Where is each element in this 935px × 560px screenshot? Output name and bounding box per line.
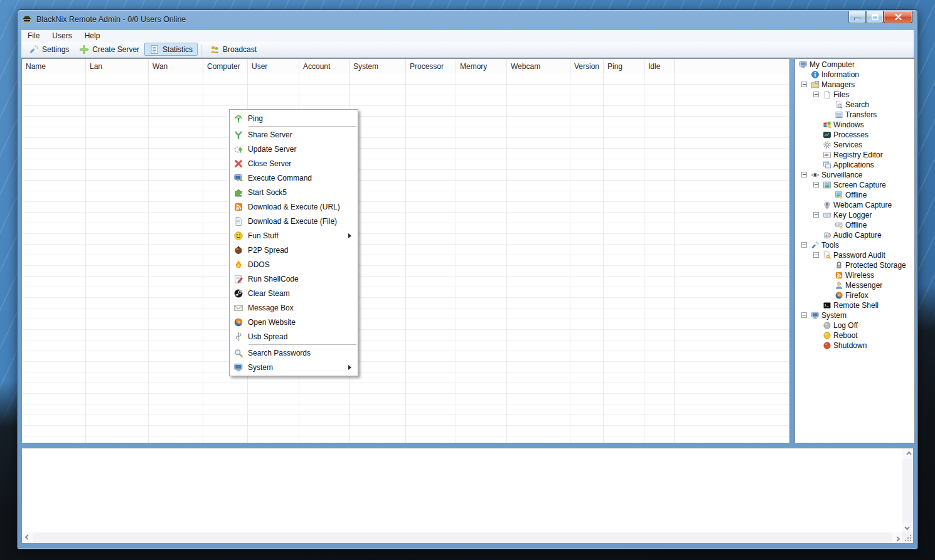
scroll-down-button[interactable] (902, 522, 913, 532)
collapse-box-icon[interactable] (801, 172, 807, 177)
collapse-box-icon[interactable] (813, 182, 819, 188)
tree-item-messenger[interactable]: Messenger (795, 280, 914, 290)
create-server-button[interactable]: Create Server (74, 43, 144, 56)
tree-item-applications[interactable]: Applications (795, 160, 914, 170)
collapse-box-icon[interactable] (801, 82, 807, 87)
scroll-up-button[interactable] (902, 448, 913, 459)
tree-item-reboot[interactable]: Reboot (795, 330, 914, 341)
context-menu-item-download-execute-url[interactable]: Download & Execute (URL) (230, 199, 358, 214)
desktop: { "window": { "title": "BlackNix Remote … (0, 0, 935, 560)
context-menu-item-system[interactable]: System (230, 360, 358, 374)
menu-help[interactable]: Help (78, 30, 107, 41)
vertical-scrollbar[interactable] (902, 448, 913, 532)
statistics-document-icon (149, 45, 159, 55)
context-menu-item-fun-stuff[interactable]: Fun Stuff (230, 228, 358, 243)
tree-item-information[interactable]: Information (795, 70, 914, 80)
column-header-ping[interactable]: Ping (604, 59, 644, 74)
menu-users[interactable]: Users (46, 30, 78, 41)
clients-table[interactable]: NameLanWanComputerUserAccountSystemProce… (21, 58, 790, 443)
column-header-system[interactable]: System (350, 59, 406, 74)
context-menu-item-close-server[interactable]: Close Server (230, 156, 358, 171)
download-file-icon (233, 216, 243, 226)
tree-item-search[interactable]: Search (795, 100, 914, 110)
context-menu-item-ddos[interactable]: DDOS (230, 257, 358, 272)
tree-item-managers[interactable]: Managers (795, 80, 914, 90)
tree-item-wireless[interactable]: Wireless (795, 270, 914, 280)
context-menu-item-download-execute-file[interactable]: Download & Execute (File) (230, 214, 358, 228)
column-header-idle[interactable]: Idle (644, 59, 675, 74)
column-header-user[interactable]: User (248, 59, 299, 74)
tree-item-password-audit[interactable]: Password Audit (795, 250, 914, 260)
tree-item-tools[interactable]: Tools (795, 240, 914, 250)
column-header-memory[interactable]: Memory (456, 59, 507, 74)
minimize-button[interactable] (848, 11, 866, 23)
tree-item-protected-storage[interactable]: Protected Storage (795, 260, 914, 270)
tree-item-offline[interactable]: Offline (795, 220, 914, 230)
column-header-processor[interactable]: Processor (406, 59, 456, 74)
table-body[interactable] (22, 74, 789, 443)
statistics-button[interactable]: Statistics (144, 43, 198, 56)
open-website-icon (233, 317, 243, 327)
column-header-lan[interactable]: Lan (86, 59, 149, 74)
tree-item-shutdown[interactable]: Shutdown (795, 341, 914, 351)
scroll-left-button[interactable] (22, 532, 33, 543)
tree-item-label: Services (833, 140, 862, 150)
menu-file[interactable]: File (21, 30, 46, 41)
tree-item-screen-capture[interactable]: Screen Capture (795, 180, 914, 190)
tree-item-firefox[interactable]: Firefox (795, 290, 914, 300)
tree-item-key-logger[interactable]: Key Logger (795, 210, 914, 220)
broadcast-button[interactable]: Broadcast (205, 43, 262, 56)
column-header-name[interactable]: Name (22, 59, 86, 74)
tree-item-files[interactable]: Files (795, 90, 914, 100)
audio-capture-icon (823, 231, 831, 240)
column-header-webcam[interactable]: Webcam (507, 59, 570, 74)
key-logger-icon (823, 211, 831, 219)
tree-item-label: Offline (845, 190, 867, 200)
context-menu-item-update-server[interactable]: Update Server (230, 142, 358, 156)
context-menu-item-start-sock5[interactable]: Start Sock5 (230, 185, 358, 199)
tree-item-registry-editor[interactable]: abRegistry Editor (795, 150, 914, 160)
tree-item-processes[interactable]: Processes (795, 130, 914, 140)
context-menu-item-search-passwords[interactable]: Search Passwords (230, 346, 358, 360)
context-menu-item-ping[interactable]: Ping (230, 111, 358, 125)
collapse-box-icon[interactable] (801, 242, 807, 248)
tree-item-my-computer[interactable]: My Computer (795, 60, 914, 70)
context-menu-item-share-server[interactable]: Share Server (230, 127, 358, 142)
tree-item-webcam-capture[interactable]: Webcam Capture (795, 200, 914, 210)
horizontal-scrollbar[interactable] (22, 532, 902, 543)
collapse-box-icon[interactable] (801, 312, 807, 318)
column-header-computer[interactable]: Computer (203, 59, 248, 74)
tree-item-offline[interactable]: Offline (795, 190, 914, 200)
settings-button[interactable]: Settings (24, 43, 74, 56)
maximize-button[interactable] (866, 11, 884, 23)
collapse-box-icon[interactable] (813, 212, 819, 218)
collapse-box-icon[interactable] (813, 252, 819, 258)
context-menu-item-open-website[interactable]: Open Website (230, 315, 358, 329)
context-menu-item-execute-command[interactable]: Execute Command (230, 171, 358, 185)
tree-item-windows[interactable]: Windows (795, 120, 914, 130)
tree-item-remote-shell[interactable]: Remote Shell (795, 300, 914, 310)
feature-tree[interactable]: My ComputerInformationManagersFilesSearc… (794, 58, 915, 443)
tree-item-surveillance[interactable]: Surveillance (795, 170, 914, 180)
context-menu-item-message-box[interactable]: Message Box (230, 300, 358, 315)
column-header-account[interactable]: Account (299, 59, 350, 74)
tree-item-system[interactable]: System (795, 310, 914, 320)
column-header-version[interactable]: Version (570, 59, 604, 74)
context-menu-item-usb-spread[interactable]: Usb Spread (230, 329, 358, 344)
context-menu-item-clear-steam[interactable]: Clear Steam (230, 286, 358, 300)
tree-item-transfers[interactable]: Transfers (795, 110, 914, 120)
context-menu-item-run-shellcode[interactable]: Run ShellCode (230, 272, 358, 286)
tree-item-log-off[interactable]: Log Off (795, 320, 914, 330)
resize-grip-icon[interactable] (910, 540, 911, 541)
context-menu-item-label: Message Box (248, 304, 354, 312)
context-menu-item-p2p-spread[interactable]: P2P Spread (230, 243, 358, 257)
context-menu: PingShare ServerUpdate ServerClose Serve… (229, 109, 358, 376)
close-button[interactable] (884, 11, 912, 23)
log-panel[interactable] (21, 448, 914, 544)
tree-item-services[interactable]: Services (795, 140, 914, 150)
scroll-right-button[interactable] (892, 532, 902, 543)
tree-item-audio-capture[interactable]: Audio Capture (795, 230, 914, 240)
title-bar[interactable]: BlackNix Remote Admin - 0/0 Users Online (18, 10, 917, 29)
collapse-box-icon[interactable] (813, 92, 819, 97)
column-header-wan[interactable]: Wan (149, 59, 203, 74)
